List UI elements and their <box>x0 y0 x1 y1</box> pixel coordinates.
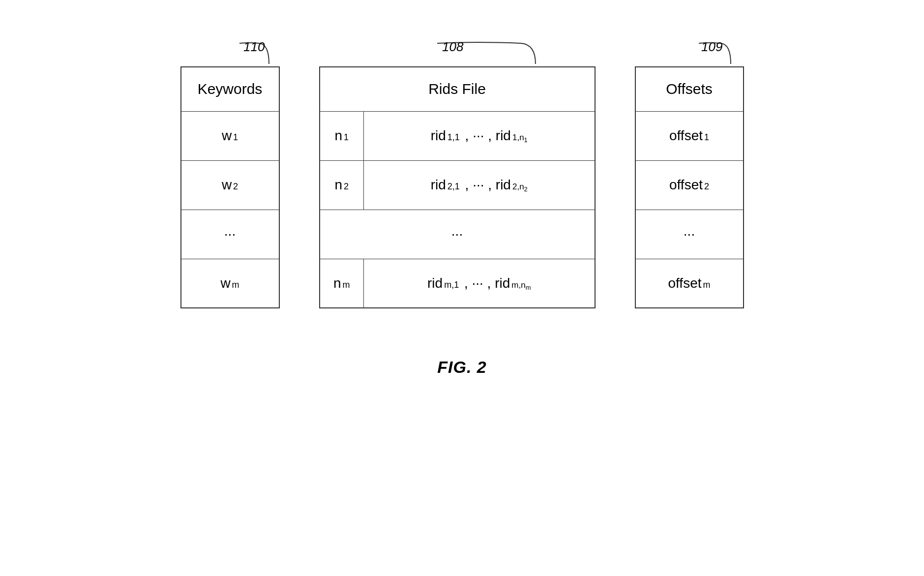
rids-row-dots: ··· <box>320 210 595 259</box>
keywords-header: Keywords <box>181 67 279 111</box>
rids-row-2: rid2,1 , ··· , rid2,n2 <box>364 160 595 210</box>
svg-text:110: 110 <box>243 39 265 54</box>
offsets-header: Offsets <box>635 67 744 111</box>
rids-row-m: ridm,1 , ··· , ridm,nm <box>364 259 595 308</box>
tables-area: 110 Keywords w1 w2 ··· <box>180 39 744 308</box>
rids-n1-cell: n1 <box>320 111 364 160</box>
rids-table: Rids File n1 rid1,1 , ··· , rid1,n1 n2 <box>319 66 596 308</box>
keywords-row-2: w2 <box>181 160 279 210</box>
offsets-table: Offsets offset1 offset2 ··· <box>635 66 744 308</box>
keywords-row-1: w1 <box>181 111 279 160</box>
keywords-row-m: wm <box>181 259 279 308</box>
svg-text:108: 108 <box>442 39 464 54</box>
figure-caption: FIG. 2 <box>437 358 486 377</box>
offsets-row-1: offset1 <box>635 111 744 160</box>
rids-header: Rids File <box>320 67 595 111</box>
svg-text:109: 109 <box>701 39 722 54</box>
keywords-table: Keywords w1 w2 ··· wm <box>180 66 280 308</box>
offsets-row-dots: ··· <box>635 210 744 259</box>
keywords-table-wrapper: 110 Keywords w1 w2 ··· <box>180 39 280 308</box>
offsets-row-m: offsetm <box>635 259 744 308</box>
diagram-container: 110 Keywords w1 w2 ··· <box>0 0 924 576</box>
rids-row-1: rid1,1 , ··· , rid1,n1 <box>364 111 595 160</box>
keywords-row-dots: ··· <box>181 210 279 259</box>
rids-table-wrapper: 108 Rids File n1 rid1,1 , ··· , rid1,n1 <box>319 39 596 308</box>
rids-nm-cell: nm <box>320 259 364 308</box>
offsets-table-wrapper: 109 Offsets offset1 offset2 <box>635 39 744 308</box>
offsets-row-2: offset2 <box>635 160 744 210</box>
rids-n2-cell: n2 <box>320 160 364 210</box>
